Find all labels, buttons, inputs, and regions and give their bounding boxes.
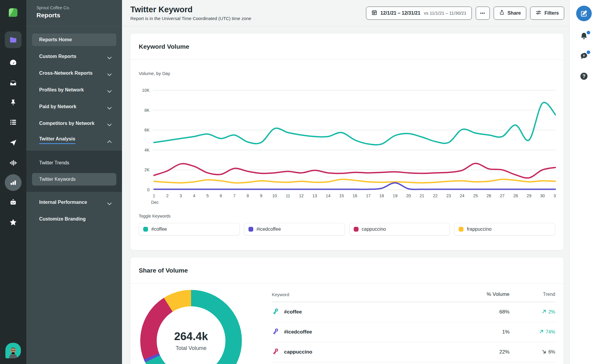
svg-text:22: 22 (433, 193, 438, 198)
utility-rail: ? (570, 0, 598, 364)
svg-text:11: 11 (286, 193, 290, 198)
svg-text:5: 5 (206, 193, 209, 198)
svg-text:23: 23 (446, 193, 451, 198)
page-title: Twitter Keyword (130, 5, 251, 14)
list-icon[interactable] (5, 114, 22, 131)
svg-text:21: 21 (419, 193, 424, 198)
svg-text:8: 8 (247, 193, 249, 198)
keyword-volume-line-chart[interactable]: 02K4K6K8K10K1234567891011121314151617181… (139, 84, 556, 207)
filters-icon (536, 10, 541, 17)
sidebar-item-competitors-by-network[interactable]: Competitors by Network (32, 117, 116, 130)
reports-bar-chart-icon[interactable] (5, 174, 22, 191)
company-name: Sprout Coffee Co. (36, 5, 122, 10)
keyword-volume-card: Keyword Volume Volume, by Day 02K4K6K8K1… (130, 33, 564, 250)
ellipsis-icon: ••• (480, 11, 485, 15)
svg-text:6: 6 (220, 193, 222, 198)
sidebar-item-internal-performance[interactable]: Internal Performance (32, 196, 116, 209)
sidebar-item-twitter-analysis[interactable]: Twitter Analysis (32, 134, 116, 146)
svg-text:4K: 4K (144, 148, 150, 152)
svg-text:27: 27 (500, 193, 505, 198)
sidebar-item-paid-by-network[interactable]: Paid by Network (32, 100, 116, 113)
chevron-down-icon (107, 122, 112, 128)
icedcoffee-swatch (248, 227, 253, 232)
sidebar-title: Reports (36, 12, 122, 19)
pin-icon[interactable] (5, 94, 22, 111)
quick-actions-badge (587, 51, 590, 54)
key-icon (272, 308, 279, 316)
toggle-icedcoffee[interactable]: #icedcoffee (244, 223, 345, 235)
report-header: Twitter Keyword Report is in the Univers… (122, 0, 570, 26)
svg-text:13: 13 (312, 193, 317, 198)
chevron-down-icon (107, 89, 112, 94)
svg-text:30: 30 (540, 193, 545, 198)
svg-text:29: 29 (527, 193, 532, 198)
publishing-send-icon[interactable] (5, 134, 22, 151)
share-of-volume-donut[interactable]: 264.4k Total Volume (140, 290, 242, 364)
coffee-swatch (143, 227, 148, 232)
toggle-cappuccino[interactable]: cappuccino (349, 223, 450, 235)
sprout-logo-icon[interactable] (5, 4, 22, 21)
volume-by-day-label: Volume, by Day (139, 60, 555, 76)
toggle-keywords-label: Toggle Keywords (139, 214, 555, 218)
sidebar-item-twitter-trends[interactable]: Twitter Trends (32, 157, 116, 169)
trend-down-icon (542, 349, 546, 355)
main-content: Twitter Keyword Report is in the Univers… (122, 0, 570, 364)
app-icon-rail (0, 0, 26, 364)
notifications-bell-icon[interactable] (579, 32, 589, 41)
col-trend: Trend (509, 292, 555, 297)
dashboard-icon[interactable] (5, 54, 22, 71)
svg-text:6K: 6K (144, 128, 150, 132)
svg-text:28: 28 (513, 193, 518, 198)
share-button[interactable]: Share (494, 7, 526, 20)
frappuccino-swatch (459, 227, 463, 232)
sidebar-item-cross-network-reports[interactable]: Cross-Network Reports (32, 67, 116, 79)
more-actions-button[interactable]: ••• (476, 7, 490, 20)
share-of-volume-table: Keyword % Volume Trend #coffee 68% 2% #i… (272, 287, 555, 364)
star-icon[interactable] (5, 214, 22, 231)
svg-text:3: 3 (180, 193, 182, 198)
svg-text:18: 18 (379, 193, 384, 198)
sidebar-header: Sprout Coffee Co. Reports (26, 0, 122, 26)
help-icon[interactable]: ? (579, 72, 589, 81)
calendar-icon (371, 10, 377, 17)
svg-text:25: 25 (473, 193, 478, 198)
share-of-volume-title: Share of Volume (139, 267, 188, 274)
twitter-analysis-submenu: Twitter Trends Twitter Keywords (26, 151, 122, 192)
total-volume-label: Total Volume (176, 345, 206, 351)
sidebar-item-reports-home[interactable]: Reports Home (32, 33, 116, 46)
date-range-button[interactable]: 12/1/21 – 12/31/21 vs 11/1/21 – 11/30/21 (366, 7, 472, 20)
svg-text:2K: 2K (144, 167, 150, 172)
table-row-coffee[interactable]: #coffee 68% 2% (272, 302, 555, 322)
listening-waveform-icon[interactable] (5, 155, 22, 171)
svg-text:31: 31 (553, 193, 556, 198)
chevron-down-icon (107, 55, 112, 61)
user-avatar[interactable] (5, 342, 22, 359)
date-compare-text: vs 11/1/21 – 11/30/21 (424, 10, 466, 16)
toggle-frappuccino[interactable]: frappuccino (454, 223, 555, 235)
chevron-down-icon (107, 105, 112, 111)
filters-button[interactable]: Filters (530, 7, 564, 20)
keyword-volume-title: Keyword Volume (139, 43, 189, 50)
reports-folder-icon[interactable] (5, 31, 22, 48)
quick-actions-chat-icon[interactable] (579, 51, 589, 61)
chevron-up-icon (107, 139, 112, 144)
chevron-down-icon (107, 72, 112, 77)
compose-button[interactable] (576, 6, 592, 21)
chevron-down-icon (107, 201, 112, 207)
svg-text:10K: 10K (142, 88, 150, 93)
svg-text:2: 2 (166, 193, 169, 198)
table-row-icedcoffee[interactable]: #icedcoffee 1% 74% (272, 322, 555, 342)
bot-icon[interactable] (5, 194, 22, 211)
cappuccino-swatch (354, 227, 359, 232)
col-volume: % Volume (444, 291, 509, 297)
sidebar-item-profiles-by-network[interactable]: Profiles by Network (32, 84, 116, 96)
sidebar-item-customize-branding[interactable]: Customize Branding (32, 213, 116, 225)
table-row-cappuccino[interactable]: cappuccino 22% 6% (272, 342, 555, 362)
svg-text:24: 24 (460, 193, 465, 198)
svg-text:0: 0 (147, 187, 150, 192)
toggle-coffee[interactable]: #coffee (139, 223, 240, 235)
sidebar-item-twitter-keywords[interactable]: Twitter Keywords (32, 173, 116, 186)
share-icon (499, 10, 505, 16)
inbox-icon[interactable] (5, 74, 22, 91)
sidebar-item-custom-reports[interactable]: Custom Reports (32, 50, 116, 63)
